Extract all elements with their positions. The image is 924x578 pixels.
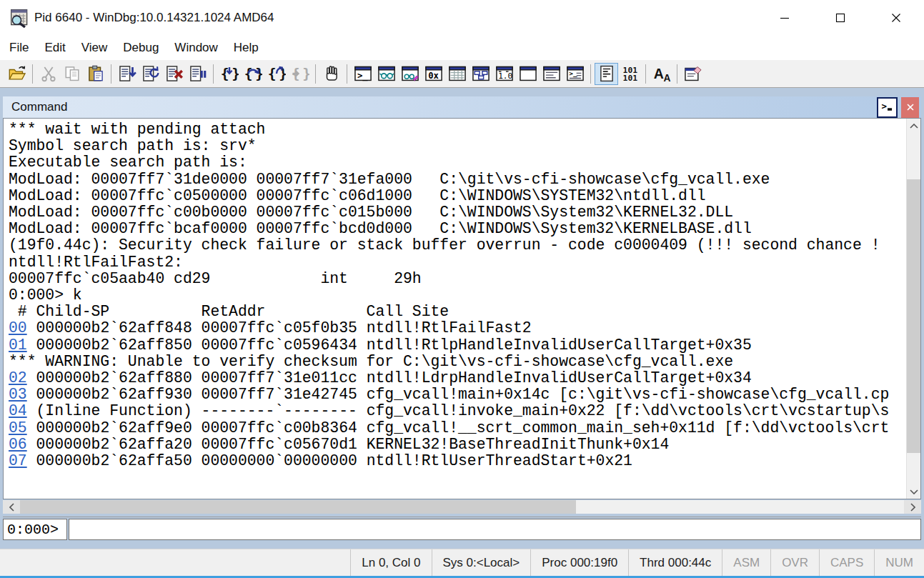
toolbar-watch-window-icon[interactable] — [374, 63, 398, 85]
output-line: *** WARNING: Unable to verify checksum f… — [9, 354, 906, 370]
toolbar-break-icon[interactable] — [186, 63, 209, 85]
frame-text: 000000b2`62aff9e0 00007ffc`c00b8364 cfg_… — [27, 419, 890, 437]
status-thrd-000-44c: Thrd 000:44c — [628, 549, 722, 576]
frame-text: 000000b2`62affa50 00000000`00000000 ntdl… — [27, 452, 632, 469]
menu-item-view[interactable]: View — [74, 38, 116, 58]
toolbar-memory-window-icon[interactable] — [445, 63, 469, 85]
titlebar: Pid 6640 - WinDbg:10.0.14321.1024 AMD64 — [0, 0, 924, 36]
frame-link-03[interactable]: 03 — [9, 386, 27, 403]
scroll-right-icon[interactable] — [904, 500, 921, 514]
status-proc-000-19f0: Proc 000:19f0 — [530, 549, 628, 576]
command-pane-close-icon[interactable] — [901, 97, 919, 118]
scroll-up-icon[interactable] — [907, 119, 920, 133]
toolbar-processes-window-icon[interactable] — [540, 63, 563, 85]
output-line: 06 000000b2`62affa20 00007ffc`c05670d1 K… — [9, 437, 906, 453]
output-line: ModLoad: 00007ff7`31de0000 00007ff7`31ef… — [9, 171, 906, 188]
toolbar-command-browser-window-icon[interactable]: >_ — [563, 63, 587, 85]
frame-link-04[interactable]: 04 — [9, 402, 27, 419]
menu-item-file[interactable]: File — [1, 38, 36, 58]
scroll-down-icon[interactable] — [907, 484, 920, 499]
toolbar-command-window-icon[interactable]: >_ — [351, 63, 374, 85]
window-title: Pid 6640 - WinDbg:10.0.14321.1024 AMD64 — [34, 11, 274, 25]
menu-item-help[interactable]: Help — [226, 38, 267, 58]
toolbar-registers-window-icon[interactable]: 0x — [422, 63, 445, 85]
frame-link-00[interactable]: 00 — [9, 319, 27, 337]
frame-link-05[interactable]: 05 — [9, 419, 27, 437]
command-prompt-row: 0:000> — [3, 517, 921, 540]
menu-item-edit[interactable]: Edit — [36, 38, 73, 58]
horizontal-scrollbar[interactable] — [3, 500, 921, 514]
command-input[interactable] — [69, 519, 921, 540]
toolbar-go-icon[interactable] — [115, 63, 139, 85]
toolbar-paste-icon[interactable] — [84, 63, 107, 85]
toolbar-disassembly-window-icon[interactable]: 1.0 — [492, 63, 516, 85]
svg-text:}: } — [232, 66, 239, 82]
windbg-app-icon — [9, 9, 29, 28]
minimize-button[interactable] — [757, 0, 813, 36]
svg-text:}: } — [255, 66, 262, 82]
frame-text: 000000b2`62aff848 00007ffc`c05f0b35 ntdl… — [27, 319, 532, 337]
frame-text: 000000b2`62affa20 00007ffc`c05670d1 KERN… — [27, 436, 670, 453]
toolbar-step-into-icon[interactable]: {} — [217, 63, 241, 85]
frame-link-02[interactable]: 02 — [9, 369, 27, 387]
output-line: # Child-SP RetAddr Call Site — [9, 304, 906, 320]
toolbar-breakpoint-hand-icon[interactable] — [319, 63, 343, 85]
svg-text:A: A — [653, 66, 663, 81]
output-line: 00 000000b2`62aff848 00007ffc`c05f0b35 n… — [9, 320, 906, 337]
status-ln-0-col-0: Ln 0, Col 0 — [350, 549, 431, 576]
svg-text:>_: >_ — [357, 71, 367, 81]
svg-text:}: } — [302, 66, 309, 82]
svg-text:A: A — [663, 72, 670, 83]
close-button[interactable] — [868, 0, 924, 36]
vertical-scroll-thumb[interactable] — [907, 179, 920, 453]
toolbar-step-out-icon[interactable]: {} — [264, 63, 288, 85]
command-pane: Command > *** wait with pending attachSy… — [3, 96, 921, 540]
toolbar-scratch-pad-window-icon[interactable] — [516, 63, 540, 85]
output-line: ModLoad: 00007ffc`c00b0000 00007ffc`c015… — [9, 204, 906, 221]
command-prompt-icon[interactable]: > — [877, 97, 898, 118]
output-line: ModLoad: 00007ffc`c0500000 00007ffc`c06d… — [9, 188, 906, 204]
output-line: 07 000000b2`62affa50 00000000`00000000 n… — [9, 453, 906, 469]
toolbar-run-to-cursor-icon: {} — [288, 63, 312, 85]
command-pane-title: Command — [11, 100, 67, 114]
frame-text: 000000b2`62aff850 00007ffc`c0596434 ntdl… — [27, 337, 752, 354]
svg-text:{: { — [267, 66, 276, 82]
toolbar-open-source-file-icon[interactable] — [5, 63, 29, 85]
toolbar-options-icon[interactable] — [681, 63, 705, 85]
status-caps: CAPS — [819, 549, 874, 576]
windbg-window: Pid 6640 - WinDbg:10.0.14321.1024 AMD64 … — [0, 0, 924, 578]
output-line: Symbol search path is: srv* — [9, 138, 906, 154]
status-asm: ASM — [722, 549, 770, 576]
toolbar-stop-debugging-icon[interactable] — [162, 63, 186, 85]
vertical-scrollbar[interactable] — [906, 119, 920, 499]
output-line: 02 000000b2`62aff880 00007ff7`31e011cc n… — [9, 370, 906, 387]
toolbar-call-stack-window-icon[interactable] — [469, 63, 492, 85]
toolbar-locals-window-icon[interactable] — [398, 63, 422, 85]
svg-text:0x: 0x — [428, 71, 439, 81]
scroll-left-icon[interactable] — [3, 500, 20, 514]
toolbar-restart-icon[interactable] — [139, 63, 162, 85]
output-line: 0:000> k — [9, 287, 906, 304]
toolbar-font-icon[interactable]: AA — [650, 63, 673, 85]
toolbar-source-mode-on-icon[interactable] — [595, 63, 618, 85]
menu-bar: FileEditViewDebugWindowHelp — [0, 36, 924, 60]
output-line: Executable search path is: — [9, 154, 906, 171]
toolbar-separator — [32, 64, 33, 84]
toolbar-source-mode-off-icon[interactable]: 101101 — [618, 63, 642, 85]
maximize-button[interactable] — [813, 0, 868, 36]
output-line: 01 000000b2`62aff850 00007ffc`c0596434 n… — [9, 337, 906, 354]
toolbar-step-over-icon[interactable]: {} — [241, 63, 264, 85]
frame-link-06[interactable]: 06 — [9, 436, 27, 453]
frame-link-01[interactable]: 01 — [9, 337, 27, 354]
toolbar-copy-icon — [60, 63, 84, 85]
frame-link-07[interactable]: 07 — [9, 452, 27, 469]
svg-text:101: 101 — [622, 73, 637, 83]
horizontal-scroll-thumb[interactable] — [20, 500, 576, 514]
menu-item-debug[interactable]: Debug — [115, 38, 167, 58]
output-line: *** wait with pending attach — [9, 121, 906, 138]
toolbar-separator — [645, 64, 646, 84]
prompt-label: 0:000> — [3, 519, 67, 540]
frame-text: (Inline Function) --------`-------- cfg_… — [27, 402, 890, 419]
command-pane-titlebar: Command > — [3, 96, 921, 118]
menu-item-window[interactable]: Window — [167, 38, 225, 58]
